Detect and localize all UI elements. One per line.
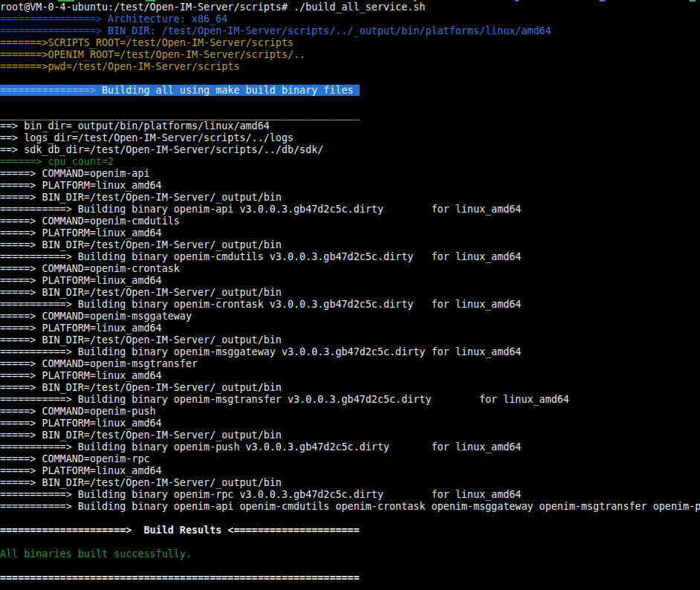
terminal-line: =====> BIN_DIR=/test/Open-IM-Server/_out… (0, 239, 700, 251)
terminal-window[interactable]: root@VM-0-4-ubuntu:/test/Open-IM-Server/… (0, 0, 700, 590)
terminal-line: ==> bin_dir=_output/bin/platforms/linux/… (0, 120, 700, 132)
terminal-line: =====> BIN_DIR=/test/Open-IM-Server/_out… (0, 429, 700, 441)
terminal-line: =====> PLATFORM=linux_amd64 (0, 370, 700, 382)
terminal-line: =====> BIN_DIR=/test/Open-IM-Server/_out… (0, 192, 700, 204)
terminal-line: =====> BIN_DIR=/test/Open-IM-Server/_out… (0, 382, 700, 394)
terminal-line: =====> COMMAND=openim-msgtransfer (0, 358, 700, 370)
terminal-line (0, 560, 700, 572)
prompt-line: root@VM-0-4-ubuntu:/test/Open-IM-Server/… (0, 1, 700, 13)
terminal-line: All binaries built successfully. (0, 548, 700, 560)
terminal-line: ========================================… (0, 572, 700, 584)
terminal-line: ===========> Building binary openim-cmdu… (0, 251, 700, 263)
terminal-line: =======>SCRIPTS_ROOT=/test/Open-IM-Serve… (0, 37, 700, 49)
terminal-line: ===========> Building binary openim-msgt… (0, 394, 700, 406)
terminal-line: =====> PLATFORM=linux_amd64 (0, 465, 700, 477)
terminal-line: =====> PLATFORM=linux_amd64 (0, 227, 700, 239)
terminal-line: =====================> Build Results <==… (0, 525, 700, 536)
terminal-line (0, 97, 700, 108)
terminal-line: =====> BIN_DIR=/test/Open-IM-Server/_out… (0, 287, 700, 299)
terminal-line: =====> PLATFORM=linux_amd64 (0, 418, 700, 429)
terminal-line: =====> COMMAND=openim-cmdutils (0, 215, 700, 227)
terminal-line: ================> Architecture: x86_64 (0, 13, 700, 25)
terminal-line: ===========> Building binary openim-api … (0, 204, 700, 215)
terminal-line (0, 73, 700, 85)
terminal-line: =====> COMMAND=openim-crontask (0, 263, 700, 275)
terminal-line (0, 513, 700, 525)
terminal-line: ==> logs_dir=/test/Open-IM-Server/script… (0, 132, 700, 144)
terminal-line: ===========> Building binary openim-api … (0, 501, 700, 513)
terminal-line: =====> PLATFORM=linux_amd64 (0, 275, 700, 287)
terminal-line: ===========> Building binary openim-msgg… (0, 346, 700, 358)
terminal-line: ================> BIN_DIR: /test/Open-IM… (0, 25, 700, 37)
selected-text: ===============> Building all using make… (0, 85, 360, 96)
terminal-line: ======> cpu_count=2 (0, 156, 700, 168)
terminal-line: =====> COMMAND=openim-rpc (0, 453, 700, 465)
terminal-output: root@VM-0-4-ubuntu:/test/Open-IM-Server/… (0, 1, 700, 584)
terminal-line: =====> BIN_DIR=/test/Open-IM-Server/_out… (0, 477, 700, 489)
terminal-line: =====> PLATFORM=linux_amd64 (0, 322, 700, 334)
terminal-line: =====> COMMAND=openim-msggateway (0, 311, 700, 322)
terminal-line: =======>OPENIM_ROOT=/test/Open-IM-Server… (0, 49, 700, 61)
terminal-line: ===========> Building binary openim-rpc … (0, 489, 700, 501)
terminal-line: ==> sdk_db_dir=/test/Open-IM-Server/scri… (0, 144, 700, 156)
terminal-line: =====> COMMAND=openim-api (0, 168, 700, 180)
terminal-line: ===============> Building all using make… (0, 85, 700, 97)
terminal-line: =====> COMMAND=openim-push (0, 406, 700, 418)
terminal-line: =====> PLATFORM=linux_amd64 (0, 180, 700, 192)
terminal-line: ===========> Building binary openim-push… (0, 441, 700, 453)
terminal-line: =====> BIN_DIR=/test/Open-IM-Server/_out… (0, 334, 700, 346)
terminal-line: ===========> Building binary openim-cron… (0, 299, 700, 311)
terminal-line: ________________________________________… (0, 108, 700, 120)
terminal-line: =======>pwd=/test/Open-IM-Server/scripts (0, 61, 700, 73)
terminal-line (0, 536, 700, 548)
